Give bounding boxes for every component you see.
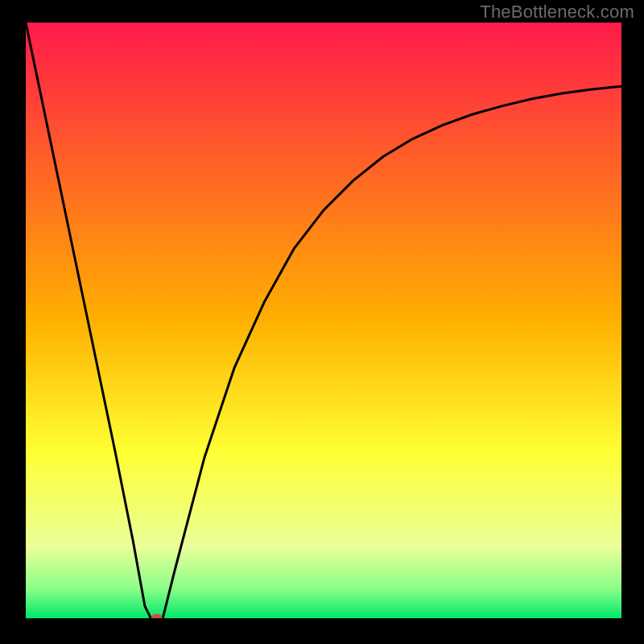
gradient-background [26,23,621,618]
watermark-text: TheBottleneck.com [480,2,634,23]
plot-area [26,23,621,618]
chart-frame: TheBottleneck.com [0,0,644,644]
chart-svg [26,23,621,618]
